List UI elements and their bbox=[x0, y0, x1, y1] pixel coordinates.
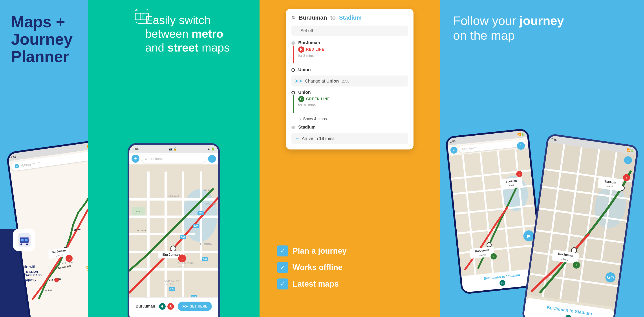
line-r-icon: R bbox=[168, 303, 174, 310]
section2-title: Easily switch between metro and street m… bbox=[145, 13, 251, 54]
svg-rect-33 bbox=[129, 268, 218, 270]
station-burjuman: BurJuman bbox=[298, 40, 408, 45]
show-stops-btn[interactable]: ∨ Show 4 stops bbox=[299, 117, 408, 121]
step-burjuman: BurJuman R RED LINE for 2 mins bbox=[292, 40, 408, 64]
station-union-1: Union bbox=[298, 67, 408, 72]
from-station: BurJuman bbox=[299, 14, 327, 21]
get-here-button[interactable]: ➤➤ GET HERE bbox=[178, 301, 212, 311]
step-union: Union bbox=[292, 67, 408, 72]
arrive-arrow-icon: → bbox=[295, 136, 300, 141]
station-union-2: Union bbox=[298, 90, 408, 95]
arrow-right-icon: → bbox=[295, 29, 298, 33]
feature-2: ✓ Works offline bbox=[277, 262, 347, 273]
svg-text:AL MURA...: AL MURA... bbox=[200, 243, 214, 246]
feature-label-3: Latest maps bbox=[292, 279, 339, 288]
section2-header: Easily switch between metro and street m… bbox=[145, 13, 251, 54]
line-g-icon: G bbox=[159, 303, 166, 310]
svg-rect-34 bbox=[147, 171, 150, 308]
star-btn[interactable]: ★ bbox=[132, 155, 140, 163]
check-icon-3: ✓ bbox=[277, 278, 288, 289]
svg-text:MUTEEN: MUTEEN bbox=[206, 202, 217, 205]
svg-text:NAIF: NAIF bbox=[204, 189, 210, 192]
to-station: Stadium bbox=[339, 14, 362, 21]
svg-text:D80: D80 bbox=[194, 225, 198, 228]
search-row: ★ Where from? i bbox=[129, 153, 218, 164]
red-line-segment bbox=[293, 46, 294, 63]
made-with-section: made with 50+ MILLIONDOWNLOADS by mapway bbox=[13, 265, 42, 282]
star-btn-4a[interactable]: ★ bbox=[450, 146, 458, 154]
journey-header: ⇅ BurJuman to Stadium bbox=[292, 14, 408, 21]
phone4b-screen: 2:56 📶🔋 bbox=[523, 135, 637, 317]
feature-1: ✓ Plan a journey bbox=[277, 245, 347, 256]
change-text: Change at Union 2.56 bbox=[305, 79, 350, 84]
green-duration: for 10 mins bbox=[298, 103, 408, 107]
step-stadium: Stadium bbox=[292, 125, 408, 130]
section-2: Easily switch between metro and street m… bbox=[88, 0, 260, 317]
red-line-name: RED LINE bbox=[306, 48, 324, 52]
svg-text:D75: D75 bbox=[170, 288, 174, 290]
svg-text:↓: ↓ bbox=[518, 172, 520, 176]
features-list: ✓ Plan a journey ✓ Works offline ✓ Lates… bbox=[277, 240, 347, 295]
section4-title: Follow your journey on the map bbox=[453, 13, 600, 43]
svg-point-80 bbox=[487, 242, 492, 247]
red-line-badge: R RED LINE bbox=[298, 47, 324, 53]
station-stadium: Stadium bbox=[298, 125, 408, 130]
svg-rect-92 bbox=[527, 142, 636, 307]
phone4b-map: BurJuman برجمان ↑ Stadium الستاد ↓ bbox=[527, 142, 636, 307]
svg-text:الكرامة: الكرامة bbox=[179, 265, 186, 268]
svg-text:Park: Park bbox=[136, 210, 140, 213]
route-line-1 bbox=[292, 40, 295, 64]
downloads-label: MILLIONDOWNLOADS bbox=[22, 270, 42, 277]
svg-text:Bur Dubai: Bur Dubai bbox=[136, 229, 146, 231]
arrive-text: Arrive in 18 mins bbox=[302, 136, 334, 141]
svg-point-5 bbox=[20, 243, 22, 245]
dot-burjuman bbox=[292, 41, 295, 45]
station-name-bottom: BurJuman bbox=[136, 304, 155, 309]
stadium-info: Stadium bbox=[298, 125, 408, 130]
svg-rect-36 bbox=[182, 171, 184, 308]
svg-text:↓: ↓ bbox=[181, 256, 183, 261]
check-icon-2: ✓ bbox=[277, 262, 288, 273]
svg-rect-4 bbox=[25, 239, 28, 241]
street-map: BurJuman Buriara St Bur Dubai Park NAIF … bbox=[129, 164, 218, 315]
journey-panel: ⇅ BurJuman to Stadium → Set off BurJuman… bbox=[286, 9, 414, 149]
line-g-4a: G bbox=[499, 280, 506, 286]
svg-rect-30 bbox=[129, 215, 218, 218]
app-icon bbox=[13, 229, 35, 251]
section-3: ⇅ BurJuman to Stadium → Set off BurJuman… bbox=[260, 0, 440, 317]
union-green-info: Union G GREEN LINE for 10 mins bbox=[298, 90, 408, 107]
phone-2: 2:56 📷 🔒 ▲ 🔋 ★ Where from? i bbox=[128, 143, 220, 317]
phone2-bottom-nav: BurJuman G R ➤➤ GET HERE bbox=[129, 297, 218, 315]
burjuman-info: BurJuman R RED LINE for 2 mins bbox=[298, 40, 408, 58]
svg-text:OUD METHA: OUD METHA bbox=[164, 279, 179, 282]
main-title: Maps + Journey Planner bbox=[11, 13, 72, 66]
svg-text:ميدان مينا: ميدان مينا bbox=[165, 283, 174, 285]
svg-text:D85: D85 bbox=[181, 236, 185, 239]
svg-text:Buriara St: Buriara St bbox=[168, 195, 179, 197]
dot-stadium bbox=[292, 126, 295, 129]
downloads-badge: 50+ MILLIONDOWNLOADS bbox=[13, 270, 42, 277]
info-btn-2[interactable]: i bbox=[208, 155, 216, 163]
svg-rect-35 bbox=[164, 171, 167, 308]
phone-4b: 2:56 📶🔋 bbox=[521, 133, 639, 317]
green-line-segment bbox=[293, 95, 294, 113]
svg-text:D81: D81 bbox=[203, 258, 207, 261]
dot-union-1 bbox=[292, 68, 295, 72]
change-banner: ➤➤ Change at Union 2.56 bbox=[292, 76, 408, 87]
red-circle: R bbox=[298, 47, 304, 53]
route-line-stadium bbox=[292, 125, 295, 129]
route-line-2 bbox=[292, 90, 295, 113]
transfer-icon: ➤➤ bbox=[295, 78, 303, 84]
phone2-search-input[interactable]: Where from? bbox=[141, 155, 206, 163]
svg-rect-7 bbox=[20, 237, 28, 238]
phone2-status-bar: 2:56 📷 🔒 ▲ 🔋 bbox=[129, 145, 218, 153]
svg-text:BurJuman: BurJuman bbox=[162, 253, 180, 256]
phone4a-screen: 2:56 📶🔋 ★ here from? bbox=[447, 130, 543, 292]
route-text: BurJuman to Stadium bbox=[299, 14, 362, 21]
phone-2-screen: 2:56 📷 🔒 ▲ 🔋 ★ Where from? i bbox=[129, 145, 218, 317]
set-off-row[interactable]: → Set off bbox=[292, 26, 408, 36]
phone4a-map: BurJuman برجمان ↑ Stadium الستاد ↓ bbox=[449, 148, 542, 278]
swap-icon[interactable]: ⇅ bbox=[292, 15, 296, 21]
check-icon-1: ✓ bbox=[277, 245, 288, 256]
svg-rect-23 bbox=[135, 13, 141, 20]
